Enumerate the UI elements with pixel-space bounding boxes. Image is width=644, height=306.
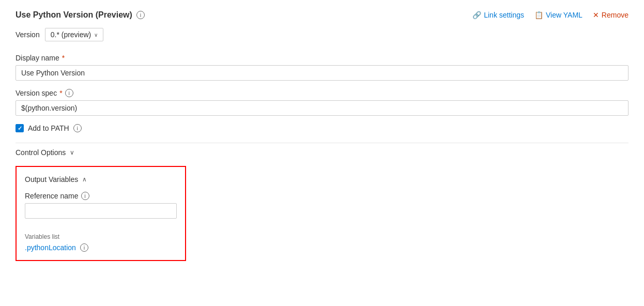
add-to-path-row: Add to PATH i xyxy=(16,124,628,132)
version-label: Version xyxy=(16,30,40,39)
file-icon: 📋 xyxy=(534,11,543,19)
display-name-input[interactable] xyxy=(16,65,628,81)
control-options-section[interactable]: Control Options ∨ xyxy=(16,143,628,162)
title-area: Use Python Version (Preview) i xyxy=(16,10,145,20)
display-name-label: Display name * xyxy=(16,54,628,62)
output-variables-box: Output Variables ∧ Reference name i Vari… xyxy=(16,166,186,261)
variable-item: .pythonLocation i xyxy=(25,243,177,252)
display-name-required: * xyxy=(62,54,65,62)
variable-info-icon[interactable]: i xyxy=(80,243,88,252)
version-spec-group: Version spec * i xyxy=(16,89,628,116)
link-settings-button[interactable]: 🔗 Link settings xyxy=(472,11,524,19)
reference-name-input[interactable] xyxy=(25,203,177,219)
version-spec-info-icon[interactable]: i xyxy=(65,89,73,97)
output-variables-chevron-icon: ∧ xyxy=(82,176,87,183)
reference-name-info-icon[interactable]: i xyxy=(81,192,89,200)
chevron-down-icon: ∨ xyxy=(94,32,98,38)
output-variables-header[interactable]: Output Variables ∧ xyxy=(25,175,177,183)
add-to-path-info-icon[interactable]: i xyxy=(73,124,82,132)
add-to-path-label: Add to PATH xyxy=(28,124,69,132)
close-icon: ✕ xyxy=(593,11,599,19)
variables-list-label: Variables list xyxy=(25,233,177,240)
version-spec-label-text: Version spec xyxy=(16,89,57,97)
header-actions: 🔗 Link settings 📋 View YAML ✕ Remove xyxy=(472,11,628,19)
page-title: Use Python Version (Preview) xyxy=(16,10,132,20)
control-options-title: Control Options xyxy=(16,148,66,157)
version-spec-input[interactable] xyxy=(16,100,628,116)
link-icon: 🔗 xyxy=(472,11,481,19)
link-settings-label: Link settings xyxy=(484,11,524,19)
remove-label: Remove xyxy=(602,11,628,19)
output-variables-title: Output Variables xyxy=(25,175,78,183)
reference-name-group: Reference name i xyxy=(25,192,177,225)
version-spec-required: * xyxy=(59,89,62,97)
version-spec-label: Version spec * i xyxy=(16,89,628,97)
reference-name-label-text: Reference name xyxy=(25,192,79,200)
variable-name: .pythonLocation xyxy=(25,243,76,252)
page-container: Use Python Version (Preview) i 🔗 Link se… xyxy=(0,0,644,306)
version-value: 0.* (preview) xyxy=(51,30,91,39)
reference-name-label: Reference name i xyxy=(25,192,177,200)
view-yaml-button[interactable]: 📋 View YAML xyxy=(534,11,582,19)
control-options-chevron-icon: ∨ xyxy=(70,149,74,156)
view-yaml-label: View YAML xyxy=(546,11,582,19)
title-info-icon[interactable]: i xyxy=(136,11,145,19)
display-name-label-text: Display name xyxy=(16,54,59,62)
add-to-path-checkbox[interactable] xyxy=(16,124,24,132)
header-row: Use Python Version (Preview) i 🔗 Link se… xyxy=(16,10,628,20)
version-dropdown[interactable]: 0.* (preview) ∨ xyxy=(45,28,104,41)
display-name-group: Display name * xyxy=(16,54,628,81)
version-row: Version 0.* (preview) ∨ xyxy=(16,28,628,41)
remove-button[interactable]: ✕ Remove xyxy=(593,11,628,19)
